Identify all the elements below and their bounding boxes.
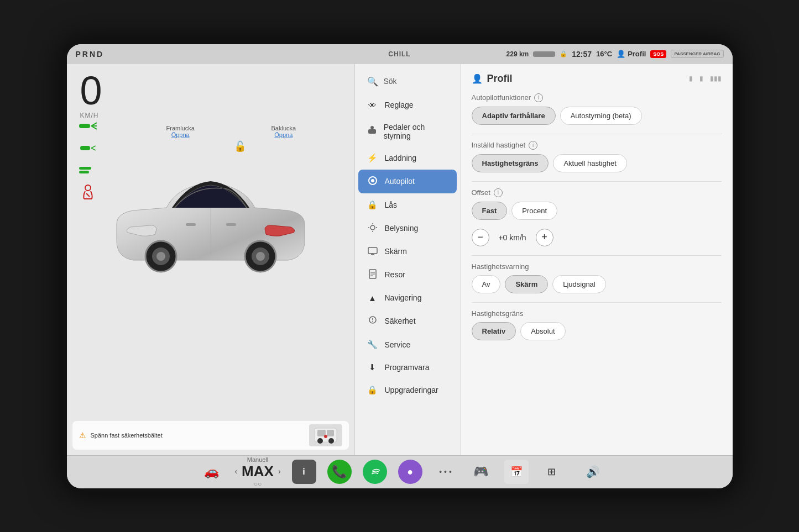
offset-label-text: Offset bbox=[472, 188, 490, 197]
speed-plus-button[interactable]: + bbox=[536, 229, 553, 246]
safety-icon bbox=[367, 315, 378, 327]
menu-item-belysning[interactable]: Belysning bbox=[358, 217, 457, 240]
content-title-icon: 👤 bbox=[472, 73, 483, 84]
alert-thumbnail bbox=[309, 424, 342, 446]
autopilot-info-icon[interactable]: i bbox=[534, 93, 543, 102]
nav-icon: ▲ bbox=[367, 293, 378, 303]
skarm-warning-button[interactable]: Skärm bbox=[505, 275, 548, 293]
menu-item-navigering[interactable]: ▲ Navigering bbox=[358, 287, 457, 309]
speed-section-label: Inställd hastighet i bbox=[472, 141, 722, 150]
menu-label-programvara: Programvara bbox=[385, 363, 430, 372]
info-app-button[interactable]: i bbox=[292, 460, 316, 484]
divider-1 bbox=[472, 134, 722, 134]
svg-rect-25 bbox=[327, 430, 334, 436]
menu-label-laddning: Laddning bbox=[385, 154, 417, 162]
autopilot-section-label: Autopilotfunktioner i bbox=[472, 93, 722, 102]
svg-rect-20 bbox=[226, 223, 236, 226]
profile-label: Profil bbox=[628, 50, 646, 58]
rear-door-action[interactable]: Öppna bbox=[271, 131, 296, 138]
menu-item-autopilot[interactable]: Autopilot bbox=[358, 170, 457, 193]
trips-icon bbox=[367, 269, 378, 281]
software-icon: ⬇ bbox=[367, 362, 378, 372]
ljudsignal-button[interactable]: Ljudsignal bbox=[552, 275, 606, 293]
profile-header[interactable]: 👤 Profil bbox=[617, 50, 646, 58]
menu-label-sakerhet: Säkerhet bbox=[385, 317, 416, 325]
alert-icon: ⚠ bbox=[79, 431, 86, 440]
gear-arrow-left[interactable]: ‹ bbox=[234, 467, 237, 476]
relativ-button[interactable]: Relativ bbox=[472, 322, 516, 340]
divider-4 bbox=[472, 302, 722, 303]
fast-button[interactable]: Fast bbox=[472, 202, 508, 220]
search-icon: 🔍 bbox=[367, 76, 378, 87]
sos-badge[interactable]: SOS bbox=[650, 50, 666, 58]
aktuell-hastighet-button[interactable]: Aktuell hastighet bbox=[553, 154, 626, 172]
warning-section-label: Hastighetsvarning bbox=[472, 262, 722, 271]
alert-text: Spänn fast säkerhetsbältet bbox=[91, 432, 163, 439]
menu-item-laddning[interactable]: ⚡ Laddning bbox=[358, 147, 457, 169]
divider-3 bbox=[472, 255, 722, 256]
svg-point-30 bbox=[371, 179, 374, 182]
eye-icon: 👁 bbox=[367, 101, 378, 110]
content-panel: 👤 Profil ▮ ▮ ▮▮▮ Autopilotfunktioner i bbox=[460, 64, 733, 455]
svg-rect-27 bbox=[368, 129, 376, 134]
menu-label-pedaler: Pedaler och styrning bbox=[384, 123, 448, 140]
gear-indicator: Manuell ‹ MAX › ○○ bbox=[234, 456, 280, 488]
menu-item-pedaler[interactable]: Pedaler och styrning bbox=[358, 117, 457, 146]
svg-point-17 bbox=[256, 252, 265, 261]
menu-item-reglage[interactable]: 👁 Reglage bbox=[358, 94, 457, 116]
upgrade-icon: 🔒 bbox=[367, 385, 378, 395]
menu-item-sakerhet[interactable]: Säkerhet bbox=[358, 309, 457, 333]
menu-item-las[interactable]: 🔒 Lås bbox=[358, 194, 457, 216]
games-button[interactable]: 🎮 bbox=[469, 460, 493, 484]
front-door-action[interactable]: Öppna bbox=[166, 131, 195, 138]
menu-item-skarm[interactable]: Skärm bbox=[358, 241, 457, 262]
menu-label-resor: Resor bbox=[385, 270, 405, 279]
calendar-button[interactable]: 📅 bbox=[504, 460, 529, 484]
grid-button[interactable]: ⊞ bbox=[540, 460, 564, 484]
spotify-button[interactable] bbox=[363, 460, 387, 484]
time-display: 12:57 bbox=[572, 50, 592, 59]
offset-info-icon[interactable]: i bbox=[494, 188, 503, 197]
rear-door-label: Baklucka bbox=[271, 125, 296, 131]
speed-offset-value: +0 km/h bbox=[496, 233, 529, 242]
menu-item-uppgraderingar[interactable]: 🔒 Uppgraderingar bbox=[358, 379, 457, 401]
speed-control: − +0 km/h + bbox=[472, 229, 722, 246]
volume-icon[interactable]: 🔊 bbox=[586, 465, 600, 478]
speed-unit: KM/H bbox=[80, 112, 102, 119]
autostyrning-button[interactable]: Autostyrning (beta) bbox=[560, 107, 642, 125]
temperature-display: 16°C bbox=[596, 50, 612, 58]
limit-section-label: Hastighetsgräns bbox=[472, 309, 722, 318]
svg-point-23 bbox=[328, 438, 334, 444]
menu-item-resor[interactable]: Resor bbox=[358, 263, 457, 287]
purple-app-button[interactable]: ● bbox=[398, 460, 422, 484]
procent-button[interactable]: Procent bbox=[511, 202, 557, 220]
speed-minus-button[interactable]: − bbox=[472, 229, 489, 246]
gear-mode-label: Manuell bbox=[234, 456, 280, 463]
limit-button-group: Relativ Absolut bbox=[472, 322, 722, 340]
gear-value: MAX bbox=[242, 463, 274, 480]
search-item[interactable]: 🔍 Sök bbox=[358, 71, 457, 92]
service-icon: 🔧 bbox=[367, 340, 378, 350]
offset-button-group: Fast Procent bbox=[472, 202, 722, 220]
absolut-button[interactable]: Absolut bbox=[520, 322, 565, 340]
hastighetsgrans-button[interactable]: Hastighetsgräns bbox=[472, 154, 549, 172]
gear-arrow-right[interactable]: › bbox=[278, 467, 281, 476]
screen-icon bbox=[367, 247, 378, 256]
adaptiv-button[interactable]: Adaptiv farthållare bbox=[472, 107, 556, 125]
menu-label-navigering: Navigering bbox=[385, 293, 422, 302]
range-info: 229 km 🔒 12:57 16°C 👤 Profil SOS PASSENG… bbox=[506, 50, 724, 59]
more-apps-button[interactable]: • • • bbox=[434, 460, 458, 484]
lock-icon: 🔒 bbox=[560, 50, 567, 57]
light-icon bbox=[367, 223, 378, 234]
main-content: 0 KM/H bbox=[67, 64, 733, 455]
menu-item-programvara[interactable]: ⬇ Programvara bbox=[358, 356, 457, 378]
menu-item-service[interactable]: 🔧 Service bbox=[358, 334, 457, 356]
phone-button[interactable]: 📞 bbox=[327, 460, 352, 484]
speed-info-icon[interactable]: i bbox=[529, 141, 537, 150]
car-button[interactable]: 🚗 bbox=[199, 460, 223, 484]
svg-point-9 bbox=[85, 185, 91, 191]
content-title: Profil bbox=[487, 73, 513, 85]
av-button[interactable]: Av bbox=[472, 275, 501, 293]
profile-icon: 👤 bbox=[617, 50, 625, 58]
pedal-icon bbox=[367, 126, 377, 136]
